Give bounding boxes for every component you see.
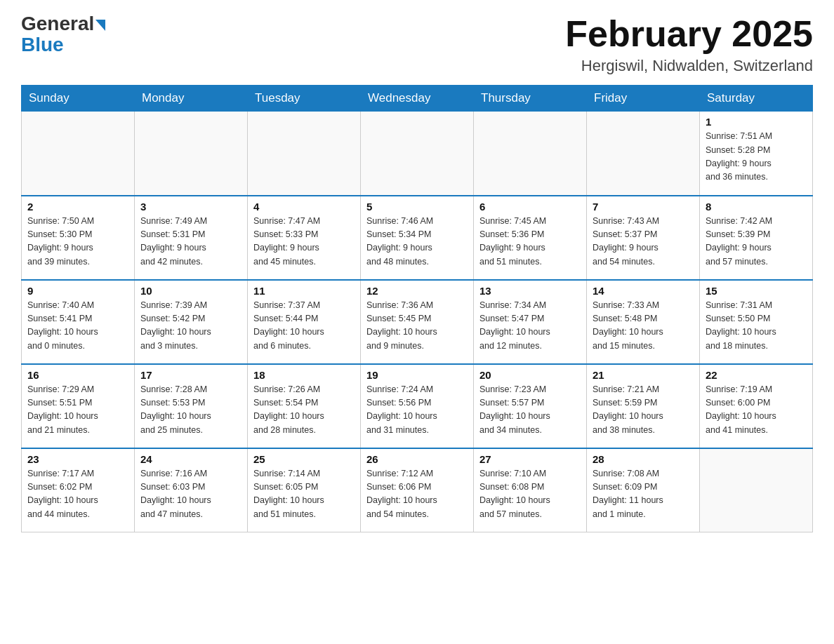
- day-info: Sunrise: 7:28 AM Sunset: 5:53 PM Dayligh…: [140, 383, 241, 438]
- day-number: 13: [479, 285, 581, 297]
- day-number: 2: [27, 201, 128, 213]
- day-info: Sunrise: 7:39 AM Sunset: 5:42 PM Dayligh…: [140, 299, 241, 354]
- table-row: 6Sunrise: 7:45 AM Sunset: 5:36 PM Daylig…: [474, 196, 587, 280]
- table-row: 19Sunrise: 7:24 AM Sunset: 5:56 PM Dayli…: [361, 364, 474, 448]
- day-number: 26: [366, 453, 468, 465]
- table-row: 17Sunrise: 7:28 AM Sunset: 5:53 PM Dayli…: [135, 364, 248, 448]
- title-block: February 2025 Hergiswil, Nidwalden, Swit…: [565, 14, 813, 75]
- calendar-week-row: 2Sunrise: 7:50 AM Sunset: 5:30 PM Daylig…: [22, 196, 813, 280]
- day-number: 14: [593, 285, 694, 297]
- table-row: 26Sunrise: 7:12 AM Sunset: 6:06 PM Dayli…: [361, 448, 474, 532]
- day-number: 28: [593, 453, 694, 465]
- col-saturday: Saturday: [700, 86, 813, 112]
- table-row: 27Sunrise: 7:10 AM Sunset: 6:08 PM Dayli…: [474, 448, 587, 532]
- day-info: Sunrise: 7:24 AM Sunset: 5:56 PM Dayligh…: [366, 383, 468, 438]
- day-number: 16: [27, 369, 128, 381]
- table-row: 16Sunrise: 7:29 AM Sunset: 5:51 PM Dayli…: [22, 364, 135, 448]
- table-row: [248, 112, 361, 196]
- day-number: 15: [706, 285, 807, 297]
- day-info: Sunrise: 7:50 AM Sunset: 5:30 PM Dayligh…: [27, 215, 128, 269]
- day-info: Sunrise: 7:12 AM Sunset: 6:06 PM Dayligh…: [366, 467, 468, 522]
- day-number: 1: [706, 116, 807, 128]
- day-info: Sunrise: 7:36 AM Sunset: 5:45 PM Dayligh…: [366, 299, 468, 354]
- calendar-title: February 2025: [565, 14, 813, 54]
- day-info: Sunrise: 7:34 AM Sunset: 5:47 PM Dayligh…: [479, 299, 581, 354]
- day-number: 23: [27, 453, 128, 465]
- col-wednesday: Wednesday: [361, 86, 474, 112]
- calendar-subtitle: Hergiswil, Nidwalden, Switzerland: [565, 57, 813, 75]
- table-row: 3Sunrise: 7:49 AM Sunset: 5:31 PM Daylig…: [135, 196, 248, 280]
- table-row: 23Sunrise: 7:17 AM Sunset: 6:02 PM Dayli…: [22, 448, 135, 532]
- day-number: 24: [140, 453, 241, 465]
- day-info: Sunrise: 7:14 AM Sunset: 6:05 PM Dayligh…: [253, 467, 355, 522]
- table-row: [135, 112, 248, 196]
- table-row: 7Sunrise: 7:43 AM Sunset: 5:37 PM Daylig…: [587, 196, 700, 280]
- day-number: 20: [479, 369, 581, 381]
- page-header: General Blue February 2025 Hergiswil, Ni…: [21, 14, 813, 75]
- table-row: 12Sunrise: 7:36 AM Sunset: 5:45 PM Dayli…: [361, 280, 474, 364]
- day-number: 6: [479, 201, 581, 213]
- day-number: 25: [253, 453, 355, 465]
- logo-blue-text: Blue: [21, 35, 64, 55]
- day-number: 9: [27, 285, 128, 297]
- table-row: 20Sunrise: 7:23 AM Sunset: 5:57 PM Dayli…: [474, 364, 587, 448]
- col-monday: Monday: [135, 86, 248, 112]
- calendar-week-row: 1Sunrise: 7:51 AM Sunset: 5:28 PM Daylig…: [22, 112, 813, 196]
- col-thursday: Thursday: [474, 86, 587, 112]
- day-info: Sunrise: 7:51 AM Sunset: 5:28 PM Dayligh…: [706, 130, 807, 185]
- day-info: Sunrise: 7:46 AM Sunset: 5:34 PM Dayligh…: [366, 215, 468, 269]
- day-info: Sunrise: 7:31 AM Sunset: 5:50 PM Dayligh…: [706, 299, 807, 354]
- table-row: 24Sunrise: 7:16 AM Sunset: 6:03 PM Dayli…: [135, 448, 248, 532]
- table-row: 8Sunrise: 7:42 AM Sunset: 5:39 PM Daylig…: [700, 196, 813, 280]
- day-info: Sunrise: 7:43 AM Sunset: 5:37 PM Dayligh…: [593, 215, 694, 269]
- table-row: 4Sunrise: 7:47 AM Sunset: 5:33 PM Daylig…: [248, 196, 361, 280]
- day-number: 17: [140, 369, 241, 381]
- day-number: 8: [706, 201, 807, 213]
- day-number: 12: [366, 285, 468, 297]
- table-row: 11Sunrise: 7:37 AM Sunset: 5:44 PM Dayli…: [248, 280, 361, 364]
- table-row: [474, 112, 587, 196]
- table-row: 10Sunrise: 7:39 AM Sunset: 5:42 PM Dayli…: [135, 280, 248, 364]
- day-number: 11: [253, 285, 355, 297]
- calendar-week-row: 16Sunrise: 7:29 AM Sunset: 5:51 PM Dayli…: [22, 364, 813, 448]
- day-info: Sunrise: 7:29 AM Sunset: 5:51 PM Dayligh…: [27, 383, 128, 438]
- table-row: 22Sunrise: 7:19 AM Sunset: 6:00 PM Dayli…: [700, 364, 813, 448]
- day-info: Sunrise: 7:33 AM Sunset: 5:48 PM Dayligh…: [593, 299, 694, 354]
- day-info: Sunrise: 7:42 AM Sunset: 5:39 PM Dayligh…: [706, 215, 807, 269]
- day-info: Sunrise: 7:16 AM Sunset: 6:03 PM Dayligh…: [140, 467, 241, 522]
- table-row: 21Sunrise: 7:21 AM Sunset: 5:59 PM Dayli…: [587, 364, 700, 448]
- day-info: Sunrise: 7:19 AM Sunset: 6:00 PM Dayligh…: [706, 383, 807, 438]
- table-row: 14Sunrise: 7:33 AM Sunset: 5:48 PM Dayli…: [587, 280, 700, 364]
- day-number: 5: [366, 201, 468, 213]
- day-info: Sunrise: 7:47 AM Sunset: 5:33 PM Dayligh…: [253, 215, 355, 269]
- table-row: 25Sunrise: 7:14 AM Sunset: 6:05 PM Dayli…: [248, 448, 361, 532]
- table-row: 18Sunrise: 7:26 AM Sunset: 5:54 PM Dayli…: [248, 364, 361, 448]
- calendar-header-row: Sunday Monday Tuesday Wednesday Thursday…: [22, 86, 813, 112]
- day-number: 3: [140, 201, 241, 213]
- day-number: 7: [593, 201, 694, 213]
- day-number: 22: [706, 369, 807, 381]
- table-row: [587, 112, 700, 196]
- day-info: Sunrise: 7:45 AM Sunset: 5:36 PM Dayligh…: [479, 215, 581, 269]
- col-tuesday: Tuesday: [248, 86, 361, 112]
- calendar-week-row: 9Sunrise: 7:40 AM Sunset: 5:41 PM Daylig…: [22, 280, 813, 364]
- table-row: [361, 112, 474, 196]
- day-info: Sunrise: 7:10 AM Sunset: 6:08 PM Dayligh…: [479, 467, 581, 522]
- day-number: 19: [366, 369, 468, 381]
- day-info: Sunrise: 7:49 AM Sunset: 5:31 PM Dayligh…: [140, 215, 241, 269]
- table-row: [700, 448, 813, 532]
- col-sunday: Sunday: [22, 86, 135, 112]
- day-number: 27: [479, 453, 581, 465]
- day-number: 4: [253, 201, 355, 213]
- calendar-table: Sunday Monday Tuesday Wednesday Thursday…: [21, 85, 813, 532]
- logo-general-text: General: [21, 14, 105, 34]
- day-info: Sunrise: 7:37 AM Sunset: 5:44 PM Dayligh…: [253, 299, 355, 354]
- day-info: Sunrise: 7:26 AM Sunset: 5:54 PM Dayligh…: [253, 383, 355, 438]
- day-info: Sunrise: 7:40 AM Sunset: 5:41 PM Dayligh…: [27, 299, 128, 354]
- day-info: Sunrise: 7:21 AM Sunset: 5:59 PM Dayligh…: [593, 383, 694, 438]
- day-info: Sunrise: 7:17 AM Sunset: 6:02 PM Dayligh…: [27, 467, 128, 522]
- day-info: Sunrise: 7:08 AM Sunset: 6:09 PM Dayligh…: [593, 467, 694, 522]
- logo: General Blue: [21, 14, 105, 55]
- table-row: 2Sunrise: 7:50 AM Sunset: 5:30 PM Daylig…: [22, 196, 135, 280]
- day-number: 10: [140, 285, 241, 297]
